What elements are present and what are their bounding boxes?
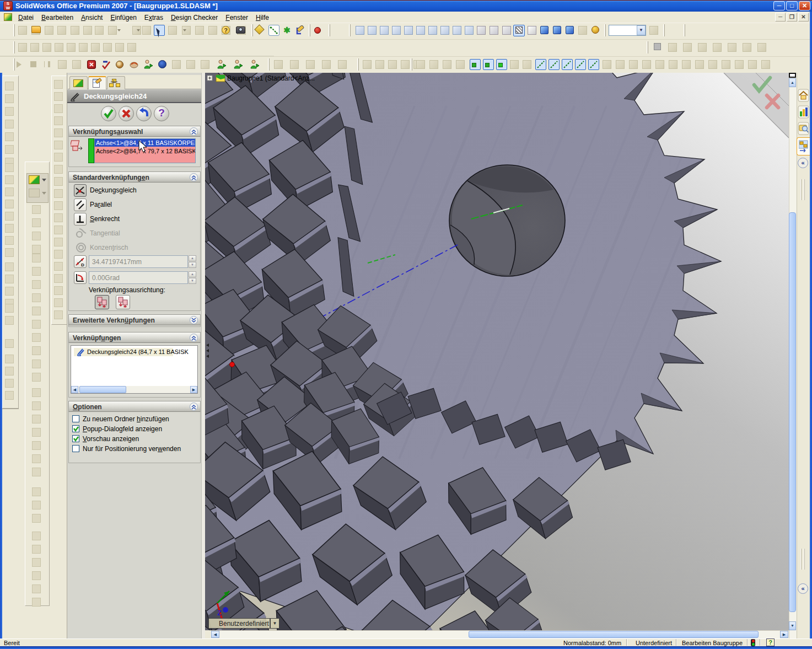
svg-text:Z: Z [217, 609, 222, 617]
svg-text:Baugruppe1 (Standard<Anz...: Baugruppe1 (Standard<Anz... [227, 74, 315, 82]
svg-text:D: D [81, 262, 84, 267]
